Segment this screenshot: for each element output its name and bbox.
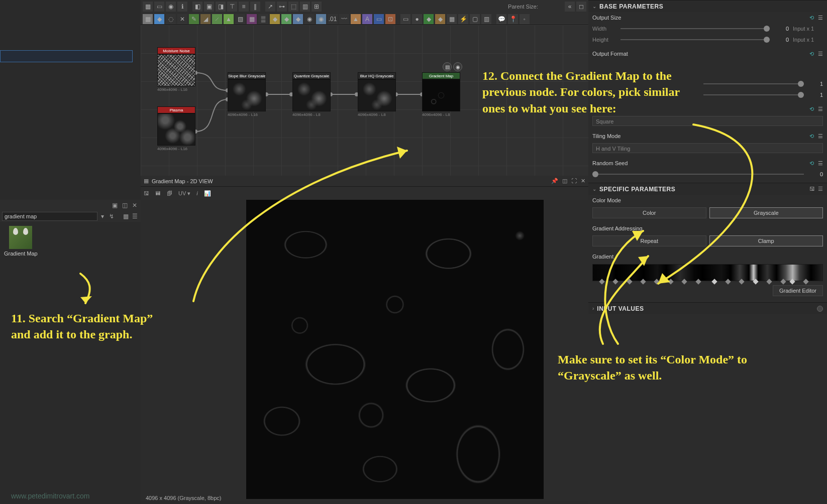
relative-icon[interactable]: ⟲ xyxy=(809,15,814,21)
atom-node-icon[interactable]: ● xyxy=(412,14,422,24)
tool-ps-prev-icon[interactable]: « xyxy=(565,2,575,12)
atom-output-icon[interactable]: ◆ xyxy=(435,14,445,24)
save-all-icon[interactable]: 🖬 xyxy=(155,190,161,196)
param-slider-1[interactable] xyxy=(703,83,804,84)
atom-shuffle-icon[interactable]: ✕ xyxy=(177,14,187,24)
grayscale-button[interactable]: Grayscale xyxy=(709,207,823,218)
maximize-icon[interactable]: ⛶ xyxy=(571,178,577,184)
atom-fx2-icon[interactable]: ◆ xyxy=(281,14,291,24)
node-moisture-noise[interactable]: Moisture Noise 4096x4096 - L16 xyxy=(157,47,195,92)
height-slider[interactable] xyxy=(621,39,770,40)
atom-fx4-icon[interactable]: ◉ xyxy=(304,14,315,24)
node-slope-blur[interactable]: Slope Blur Grayscale 4096x4096 - L16 xyxy=(228,72,266,117)
section-base-params[interactable]: ⌄ BASE PARAMETERS xyxy=(588,0,827,12)
tool-alignl-icon[interactable]: ◧ xyxy=(192,2,202,12)
atom-levels-icon[interactable]: ▲ xyxy=(224,14,234,24)
atom-uniform-icon[interactable]: ▦ xyxy=(143,14,153,24)
atom-chart-icon[interactable]: ▦ xyxy=(447,14,457,24)
atom-text-icon[interactable]: A xyxy=(362,14,372,24)
tool-dist-icon[interactable]: ≡ xyxy=(239,2,249,12)
copy-icon[interactable]: 🗐 xyxy=(167,190,172,196)
graph-view[interactable]: Moisture Noise 4096x4096 - L16 Plasma 40… xyxy=(141,25,588,176)
node-blur-hq[interactable]: Blur HQ Grayscale 4096x4096 - L8 xyxy=(358,72,396,117)
atom-tool2-icon[interactable]: ▥ xyxy=(481,14,491,24)
relative-icon[interactable]: ⟲ xyxy=(809,106,814,112)
node-quantize[interactable]: Quantize Grayscale 4096x4096 - L8 xyxy=(292,72,331,117)
clamp-button[interactable]: Clamp xyxy=(709,235,823,246)
atom-comment-icon[interactable]: 💬 xyxy=(496,14,506,24)
tool-pin-icon[interactable]: ⊶ xyxy=(277,2,287,12)
seed-slider[interactable] xyxy=(592,174,804,175)
atom-noise-icon[interactable]: ▲ xyxy=(351,14,361,24)
param-slider-2[interactable] xyxy=(703,94,804,95)
menu-icon[interactable]: ☰ xyxy=(818,15,823,21)
search-input[interactable] xyxy=(2,212,97,221)
atom-frame-icon[interactable]: ▭ xyxy=(400,14,410,24)
filter-clear-icon[interactable]: ↯ xyxy=(108,212,116,220)
library-pop-icon[interactable]: ◫ xyxy=(121,201,129,209)
atom-curve-icon[interactable]: ⟋ xyxy=(212,14,222,24)
info-icon[interactable]: i xyxy=(196,190,197,196)
relative-icon[interactable]: ⟲ xyxy=(809,51,814,57)
node-gradient-map[interactable]: ▤ ◉ Gradient Map 4096x4096 - L8 xyxy=(422,72,460,117)
relative-icon[interactable]: ⟲ xyxy=(809,133,814,140)
save-icon[interactable]: 🖫 xyxy=(144,190,149,196)
atom-tile-icon[interactable]: ▦ xyxy=(247,14,257,24)
uv-toggle[interactable]: UV ▾ xyxy=(178,190,190,197)
tool-alignt-icon[interactable]: ⊤ xyxy=(227,2,237,12)
tool-link-icon[interactable]: ↗ xyxy=(265,2,275,12)
library-close-icon[interactable]: ✕ xyxy=(131,201,139,209)
tool-grid-icon[interactable]: ▥ xyxy=(300,2,310,12)
tiling-dropdown[interactable]: H and V Tiling xyxy=(592,143,823,153)
menu-icon[interactable]: ☰ xyxy=(818,186,823,192)
library-item-gradient-map[interactable]: Gradient Map xyxy=(0,222,42,261)
atom-num-icon[interactable]: .01 xyxy=(328,14,338,24)
gradient-bar[interactable] xyxy=(592,264,823,281)
gradient-editor-button[interactable]: Gradient Editor xyxy=(773,285,823,296)
tool-snap-icon[interactable]: ⬚ xyxy=(288,2,298,12)
selection-outline[interactable] xyxy=(0,50,133,62)
pin-3d-icon[interactable]: ◉ xyxy=(453,62,462,71)
menu-icon[interactable]: ☰ xyxy=(818,133,823,140)
repeat-button[interactable]: Repeat xyxy=(592,235,706,246)
atom-slope-icon[interactable]: ◢ xyxy=(200,14,211,24)
histogram-icon[interactable]: 📊 xyxy=(204,190,211,197)
atom-wave-icon[interactable]: 〰 xyxy=(339,14,349,24)
save-icon[interactable]: 🖫 xyxy=(809,186,815,192)
tool-grid2-icon[interactable]: ⊞ xyxy=(312,2,322,12)
node-plasma[interactable]: Plasma 4096x4096 - L16 xyxy=(157,106,195,151)
tool-frame-icon[interactable]: ▭ xyxy=(154,2,164,12)
filter-icon[interactable]: ▾ xyxy=(98,212,107,220)
width-slider[interactable] xyxy=(621,28,770,29)
tool-distv-icon[interactable]: ‖ xyxy=(250,2,260,12)
menu-icon[interactable]: ☰ xyxy=(818,106,823,112)
atom-paint-icon[interactable]: ✎ xyxy=(189,14,199,24)
menu-icon[interactable]: ☰ xyxy=(818,160,823,167)
close-icon[interactable]: ✕ xyxy=(581,178,585,184)
menu-icon[interactable]: ☰ xyxy=(818,51,823,57)
tool-info-icon[interactable]: ℹ xyxy=(177,2,187,12)
atom-blend-icon[interactable]: ▧ xyxy=(235,14,245,24)
color-button[interactable]: Color xyxy=(592,207,706,218)
library-open-icon[interactable]: ▣ xyxy=(111,201,119,209)
atom-pixel-icon[interactable]: ▒ xyxy=(258,14,268,24)
tool-alignc-icon[interactable]: ▣ xyxy=(204,2,214,12)
atom-rect-icon[interactable]: ▭ xyxy=(374,14,384,24)
atom-crop-icon[interactable]: ⊡ xyxy=(385,14,395,24)
tool-camera-icon[interactable]: ◉ xyxy=(166,2,176,12)
atom-fx3-icon[interactable]: ◆ xyxy=(293,14,303,24)
view-list-icon[interactable]: ☰ xyxy=(131,212,139,220)
atom-color-icon[interactable]: ◆ xyxy=(154,14,164,24)
pin-2d-icon[interactable]: ▤ xyxy=(443,62,452,71)
tool-select-icon[interactable]: ▦ xyxy=(143,2,153,12)
atom-input-icon[interactable]: ◆ xyxy=(424,14,434,24)
pin-icon[interactable]: 📌 xyxy=(551,178,558,184)
atom-bolt-icon[interactable]: ⚡ xyxy=(458,14,468,24)
popout-icon[interactable]: ◫ xyxy=(562,178,567,184)
square-dropdown[interactable]: Square xyxy=(592,116,823,126)
section-specific-params[interactable]: ⌄ SPECIFIC PARAMETERS 🖫 ☰ xyxy=(588,183,827,195)
tool-ps-reset-icon[interactable]: ◻ xyxy=(576,2,586,12)
view-icons-icon[interactable]: ▦ xyxy=(122,212,130,220)
atom-dot-icon[interactable]: ◦ xyxy=(520,14,530,24)
relative-icon[interactable]: ⟲ xyxy=(809,160,814,167)
